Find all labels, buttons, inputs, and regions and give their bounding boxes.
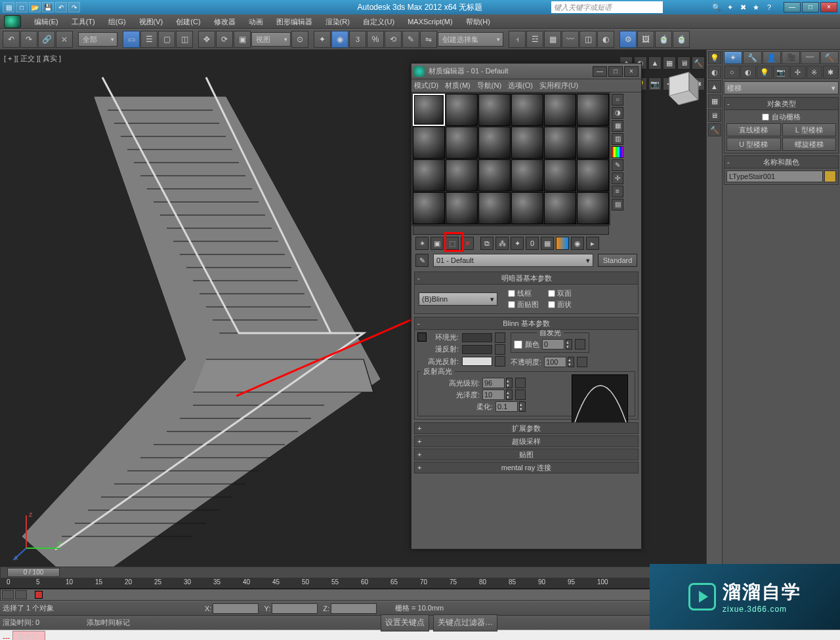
specular-level-spinner[interactable]: [482, 378, 505, 388]
sample-slot[interactable]: [446, 192, 478, 224]
sample-slot[interactable]: [511, 127, 543, 159]
make-copy-icon[interactable]: ⧉: [480, 237, 494, 250]
category-dropdown[interactable]: 楼梯: [724, 81, 839, 94]
graphite-button[interactable]: ▦: [544, 31, 561, 48]
extra-icon[interactable]: ▤: [612, 199, 623, 210]
autogrid-checkbox[interactable]: [762, 113, 769, 121]
helpers-sub-icon[interactable]: ✢: [790, 66, 806, 79]
menu-create[interactable]: 创建(C): [169, 14, 207, 29]
spinner-buttons[interactable]: [506, 378, 513, 388]
snap-toggle-button[interactable]: ◉: [331, 31, 348, 48]
menu-rendering[interactable]: 渲染(R): [319, 14, 356, 29]
coord-y-input[interactable]: [272, 603, 318, 614]
diffuse-color-swatch[interactable]: [462, 345, 492, 354]
material-name-combo[interactable]: 01 - Default: [433, 254, 593, 267]
link-button[interactable]: 🔗: [38, 31, 55, 48]
sample-slot[interactable]: [446, 159, 478, 191]
ref-coord-combo[interactable]: 视图: [251, 32, 291, 47]
align-button[interactable]: ⫞: [509, 31, 526, 48]
grid-icon[interactable]: ▦: [708, 94, 721, 108]
menu-modifiers[interactable]: 修改器: [207, 14, 242, 29]
menu-help[interactable]: 帮助(H): [459, 14, 497, 29]
me-menu-utilities[interactable]: 实用程序(U): [539, 81, 578, 90]
hammer-icon[interactable]: 🔨: [708, 123, 721, 136]
named-selection-combo[interactable]: 创建选择集: [438, 32, 503, 47]
new-icon[interactable]: □: [16, 2, 28, 12]
key-filters-button[interactable]: 关键点过滤器…: [433, 614, 497, 631]
time-slider-handle[interactable]: 0 / 100: [7, 568, 60, 577]
sample-slot[interactable]: [478, 159, 511, 191]
sample-slot[interactable]: [544, 94, 576, 126]
save-icon[interactable]: 💾: [42, 2, 54, 12]
rollout-blinn-basic[interactable]: Blinn 基本参数: [415, 317, 638, 330]
create-tab-icon[interactable]: ✦: [724, 51, 742, 64]
viewcube[interactable]: [656, 64, 702, 110]
sample-slot[interactable]: [511, 192, 543, 224]
display-tab-icon[interactable]: 〰: [801, 51, 819, 64]
show-end-result-icon[interactable]: [556, 237, 569, 250]
ambient-color-swatch[interactable]: [462, 333, 492, 342]
mirror-button[interactable]: ⇋: [420, 31, 437, 48]
select-by-name-button[interactable]: ☰: [140, 31, 158, 48]
material-editor-button[interactable]: ◐: [597, 31, 614, 48]
ambient-diffuse-lock-icon[interactable]: [417, 332, 427, 342]
opacity-spinner[interactable]: [544, 357, 566, 367]
spinner-buttons[interactable]: [566, 339, 572, 350]
add-time-tag[interactable]: 添加时间标记: [87, 618, 205, 628]
lights-sub-icon[interactable]: 💡: [757, 66, 772, 79]
specular-map-button[interactable]: [495, 356, 505, 367]
help-icon[interactable]: ?: [764, 2, 774, 12]
selfillu-map-button[interactable]: [575, 339, 585, 350]
shade-icon[interactable]: ◐: [708, 66, 721, 79]
rollout-extended[interactable]: 扩展参数: [414, 422, 639, 434]
l-stair-button[interactable]: L 型楼梯: [782, 123, 837, 136]
sample-slot[interactable]: [577, 159, 609, 191]
hierarchy-tab-icon[interactable]: 👤: [763, 51, 781, 64]
dlg-maximize-button[interactable]: □: [608, 66, 623, 77]
mat-map-nav-icon[interactable]: ≡: [612, 186, 623, 197]
put-to-scene-icon[interactable]: ▣: [430, 237, 444, 250]
me-menu-material[interactable]: 材质(M): [445, 81, 471, 90]
sample-slot[interactable]: [577, 192, 609, 224]
menu-edit[interactable]: 编辑(E): [28, 14, 65, 29]
render-frame-button[interactable]: 🖼: [637, 31, 654, 48]
app-logo-icon[interactable]: [4, 15, 21, 28]
rollout-name-color[interactable]: 名称和颜色: [724, 156, 838, 169]
object-color-swatch[interactable]: [824, 170, 836, 182]
selection-filter-combo[interactable]: 全部: [78, 32, 117, 47]
motion-tab-icon[interactable]: 🎥: [782, 51, 800, 64]
sample-hscroll[interactable]: [413, 226, 609, 235]
teapot-production-button[interactable]: 🍵: [673, 31, 690, 48]
pivot-center-button[interactable]: ⊙: [291, 31, 308, 48]
spinner-snap-button[interactable]: ⟲: [385, 31, 402, 48]
rotate-button[interactable]: ⟳: [216, 31, 233, 48]
move-button[interactable]: ✥: [198, 31, 215, 48]
speclevel-map-button[interactable]: [515, 378, 526, 388]
me-menu-mode[interactable]: 模式(D): [414, 81, 438, 90]
sample-slot[interactable]: [577, 127, 609, 159]
bulb-icon[interactable]: 💡: [708, 51, 721, 64]
get-material-icon[interactable]: ✶: [415, 237, 429, 250]
trackbar-tool-icon[interactable]: [2, 590, 14, 599]
select-by-mat-icon[interactable]: ✢: [612, 172, 623, 184]
undo-icon[interactable]: ↶: [55, 2, 67, 12]
trackbar-tool-icon[interactable]: [15, 590, 27, 599]
backlight-icon[interactable]: ◑: [612, 107, 623, 119]
teapot-render-button[interactable]: 🍵: [655, 31, 672, 48]
render-setup-button[interactable]: ⚙: [620, 31, 637, 48]
spinner-buttons[interactable]: [519, 401, 526, 412]
diffuse-map-button[interactable]: [495, 344, 505, 355]
me-menu-navigation[interactable]: 导航(N): [477, 81, 501, 90]
sample-slot[interactable]: [446, 94, 478, 126]
opacity-map-button[interactable]: [577, 357, 587, 367]
menu-tools[interactable]: 工具(T): [65, 14, 102, 29]
utilities-tab-icon[interactable]: 🔨: [820, 51, 839, 64]
gloss-map-button[interactable]: [515, 390, 526, 400]
dlg-minimize-button[interactable]: —: [593, 66, 607, 77]
rollout-shader-basic[interactable]: 明暗器基本参数: [415, 272, 638, 285]
coord-x-input[interactable]: [213, 603, 259, 614]
spiral-stair-button[interactable]: 螺旋楼梯: [782, 138, 837, 151]
sample-uv-icon[interactable]: ▥: [612, 133, 623, 145]
straight-stair-button[interactable]: 直线楼梯: [726, 123, 781, 136]
faceted-checkbox[interactable]: [548, 301, 555, 308]
